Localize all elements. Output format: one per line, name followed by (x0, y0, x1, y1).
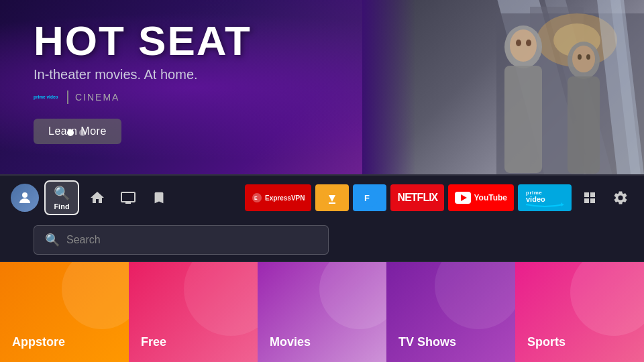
navbar: 🔍 Find E ExpressVPN (0, 174, 644, 220)
svg-point-12 (572, 46, 595, 72)
category-tvshows-label: TV Shows (398, 335, 456, 349)
tv-button[interactable] (115, 185, 141, 210)
youtube-app[interactable]: YouTube (448, 184, 514, 211)
svg-text:video: video (526, 195, 545, 203)
hero-banner: HOT SEAT In-theater movies. At home. pri… (0, 0, 644, 174)
avatar-icon (17, 190, 33, 206)
hero-brand: prime video CINEMA (34, 90, 252, 104)
prime-video-icon: prime video (525, 186, 565, 210)
search-icon: 🔍 (54, 185, 70, 201)
svg-rect-6 (504, 66, 542, 173)
netflix-app[interactable]: NETFLIX (390, 184, 444, 211)
category-sports[interactable]: Sports (515, 262, 644, 362)
category-sports-label: Sports (527, 335, 566, 349)
svg-text:E: E (254, 196, 258, 200)
bookmark-button[interactable] (146, 185, 172, 210)
hero-image-right (362, 0, 644, 174)
settings-icon (612, 190, 629, 206)
svg-point-17 (22, 192, 28, 198)
svg-text:prime video: prime video (34, 95, 58, 100)
downloader-app[interactable] (315, 184, 349, 211)
filebrowser-app[interactable]: F (353, 184, 386, 211)
find-button[interactable]: 🔍 Find (44, 180, 79, 215)
svg-point-10 (516, 40, 521, 46)
find-label: Find (54, 202, 69, 210)
search-bar[interactable]: 🔍 Search (34, 225, 329, 255)
expressvpn-icon: E (252, 192, 262, 203)
prime-video-app[interactable]: prime video (518, 184, 572, 211)
svg-text:F: F (364, 193, 370, 203)
svg-point-13 (578, 54, 582, 60)
search-bar-icon: 🔍 (45, 233, 60, 247)
hero-title: HOT SEAT (34, 20, 252, 62)
app-icons-row: E ExpressVPN F NETFLIX (245, 184, 572, 211)
category-tvshows[interactable]: TV Shows (386, 262, 515, 362)
prime-logo: prime video (34, 92, 60, 103)
youtube-icon (455, 192, 471, 204)
hero-content: HOT SEAT In-theater movies. At home. pri… (34, 20, 252, 144)
search-bar-container: 🔍 Search (0, 220, 644, 262)
brand-divider (67, 90, 68, 104)
category-appstore-label: Appstore (12, 335, 65, 349)
dot-2[interactable] (79, 129, 86, 136)
hero-dots (67, 129, 86, 136)
tv-icon (120, 190, 136, 206)
settings-button[interactable] (608, 185, 633, 210)
youtube-label: YouTube (474, 193, 507, 202)
svg-point-23 (361, 189, 378, 206)
filebrowser-icon: F (360, 188, 379, 207)
category-free[interactable]: Free (129, 262, 258, 362)
bookmark-icon (152, 190, 166, 205)
category-movies[interactable]: Movies (258, 262, 386, 362)
nav-avatar[interactable] (11, 184, 39, 212)
expressvpn-label: ExpressVPN (265, 194, 305, 202)
category-movies-label: Movies (270, 335, 311, 349)
svg-rect-8 (568, 76, 600, 174)
svg-point-14 (586, 54, 590, 60)
svg-point-11 (526, 40, 531, 46)
home-icon (89, 190, 105, 206)
category-free-label: Free (141, 335, 166, 349)
downloader-icon (323, 188, 341, 207)
svg-marker-29 (561, 202, 564, 206)
grid-button[interactable] (577, 185, 602, 210)
hero-subtitle: In-theater movies. At home. (34, 67, 252, 82)
svg-rect-22 (329, 202, 335, 204)
netflix-label: NETFLIX (398, 192, 438, 204)
prime-smile-svg: prime video (34, 92, 60, 103)
dot-1[interactable] (67, 129, 74, 136)
expressvpn-app[interactable]: E ExpressVPN (245, 184, 311, 211)
home-button[interactable] (85, 185, 110, 210)
svg-point-9 (510, 29, 537, 62)
cinema-text: CINEMA (75, 92, 119, 103)
search-placeholder: Search (66, 234, 101, 246)
categories-row: Appstore Free Movies TV Shows Sports (0, 262, 644, 362)
category-appstore[interactable]: Appstore (0, 262, 129, 362)
hero-diagonal-overlay (362, 0, 416, 174)
grid-icon (582, 190, 598, 206)
